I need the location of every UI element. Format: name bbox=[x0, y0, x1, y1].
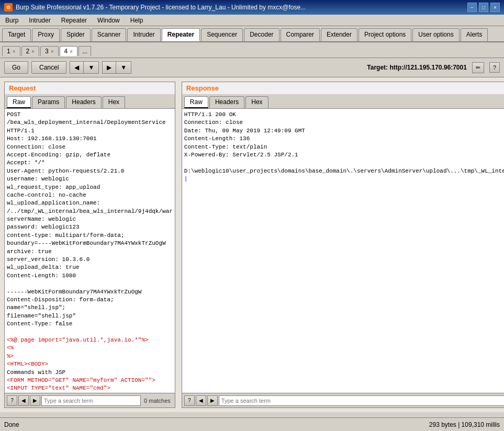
target-label: Target: http://121.195.170.96:7001 bbox=[367, 64, 467, 71]
repeater-tab-bar: 1 × 2 × 3 × 4 × ... bbox=[0, 42, 504, 58]
response-search-prev[interactable]: ◀ bbox=[196, 395, 206, 406]
main-tab-bar: Target Proxy Spider Scanner Intruder Rep… bbox=[0, 26, 504, 42]
tab-repeater[interactable]: Repeater bbox=[162, 28, 200, 41]
window-controls[interactable]: − □ × bbox=[467, 3, 500, 12]
request-search-next[interactable]: ▶ bbox=[30, 395, 40, 406]
statusbar-left: Done bbox=[4, 421, 19, 428]
request-title: Request bbox=[5, 82, 175, 95]
request-search-bar: ? ◀ ▶ 0 matches bbox=[5, 393, 175, 407]
request-tab-hex[interactable]: Hex bbox=[103, 96, 125, 108]
tab-spider[interactable]: Spider bbox=[61, 28, 91, 41]
menu-window[interactable]: Window bbox=[94, 16, 123, 25]
prev-nav-group: ◀ ▼ bbox=[70, 61, 99, 74]
repeater-tab-4[interactable]: 4 × bbox=[60, 46, 78, 56]
repeater-tab-2[interactable]: 2 × bbox=[21, 46, 40, 56]
response-search-next[interactable]: ▶ bbox=[207, 395, 218, 406]
minimize-button[interactable]: − bbox=[467, 3, 477, 12]
repeater-tab-4-close[interactable]: × bbox=[70, 49, 73, 54]
statusbar: Done 293 bytes | 109,310 millis bbox=[0, 417, 504, 431]
tab-comparer[interactable]: Comparer bbox=[281, 28, 320, 41]
go-button[interactable]: Go bbox=[4, 61, 28, 74]
maximize-button[interactable]: □ bbox=[479, 3, 488, 12]
response-tabs: Raw Headers Hex bbox=[182, 95, 504, 109]
repeater-tab-1[interactable]: 1 × bbox=[2, 46, 20, 56]
app-logo: B bbox=[4, 3, 13, 12]
request-panel: Request Raw Params Headers Hex POST /bea… bbox=[4, 82, 175, 408]
repeater-tab-2-close[interactable]: × bbox=[31, 49, 35, 54]
request-search-prev[interactable]: ◀ bbox=[18, 395, 29, 406]
menubar: Burp Intruder Repeater Window Help bbox=[0, 15, 504, 26]
response-tab-hex[interactable]: Hex bbox=[245, 96, 268, 108]
repeater-tab-more[interactable]: ... bbox=[79, 46, 91, 56]
cancel-button[interactable]: Cancel bbox=[31, 61, 66, 74]
titlebar-left: B Burp Suite Professional v1.7.26 - Temp… bbox=[4, 3, 306, 12]
request-content: POST /bea_wls_deployment_internal/Deploy… bbox=[5, 109, 175, 393]
tab-alerts[interactable]: Alerts bbox=[461, 28, 488, 41]
titlebar: B Burp Suite Professional v1.7.26 - Temp… bbox=[0, 0, 504, 15]
tab-decoder[interactable]: Decoder bbox=[244, 28, 279, 41]
repeater-toolbar: Go Cancel ◀ ▼ ▶ ▼ Target: http://121.195… bbox=[0, 58, 504, 77]
repeater-tab-3[interactable]: 3 × bbox=[40, 46, 59, 56]
request-search-help[interactable]: ? bbox=[7, 395, 17, 406]
help-target-button[interactable]: ? bbox=[489, 62, 500, 73]
request-tab-headers[interactable]: Headers bbox=[66, 96, 101, 108]
window-title: Burp Suite Professional v1.7.26 - Tempor… bbox=[16, 4, 306, 11]
response-tab-headers[interactable]: Headers bbox=[209, 96, 244, 108]
close-button[interactable]: × bbox=[490, 3, 500, 12]
tab-proxy[interactable]: Proxy bbox=[32, 28, 60, 41]
edit-target-button[interactable]: ✏ bbox=[472, 62, 484, 73]
response-panel: Response Raw Headers Hex HTTP/1.1 200 OK… bbox=[182, 82, 504, 408]
next-button[interactable]: ▶ bbox=[102, 61, 116, 74]
request-tab-params[interactable]: Params bbox=[32, 96, 65, 108]
tab-user-options[interactable]: User options bbox=[412, 28, 459, 41]
tab-sequencer[interactable]: Sequencer bbox=[201, 28, 243, 41]
menu-repeater[interactable]: Repeater bbox=[58, 16, 90, 25]
repeater-tab-2-label: 2 bbox=[26, 48, 30, 55]
request-search-input[interactable] bbox=[41, 395, 141, 406]
tab-scanner[interactable]: Scanner bbox=[92, 28, 127, 41]
prev-button[interactable]: ◀ bbox=[70, 61, 83, 74]
response-textarea[interactable]: HTTP/1.1 200 OK Connection: close Date: … bbox=[182, 109, 504, 393]
main-content: Request Raw Params Headers Hex POST /bea… bbox=[0, 77, 504, 412]
menu-burp[interactable]: Burp bbox=[2, 16, 21, 25]
repeater-tab-1-close[interactable]: × bbox=[13, 49, 16, 54]
request-tab-raw[interactable]: Raw bbox=[7, 96, 31, 108]
prev-dropdown-button[interactable]: ▼ bbox=[83, 61, 99, 74]
statusbar-right: 293 bytes | 109,310 millis bbox=[429, 421, 500, 428]
request-match-count: 0 matches bbox=[142, 398, 173, 404]
next-dropdown-button[interactable]: ▼ bbox=[116, 61, 131, 74]
response-content: HTTP/1.1 200 OK Connection: close Date: … bbox=[182, 109, 504, 393]
next-nav-group: ▶ ▼ bbox=[102, 61, 131, 74]
menu-intruder[interactable]: Intruder bbox=[26, 16, 53, 25]
response-search-input[interactable] bbox=[219, 395, 504, 406]
repeater-tab-3-close[interactable]: × bbox=[51, 49, 54, 54]
response-title: Response bbox=[182, 82, 504, 95]
response-search-bar: ? ◀ ▶ 0 matches bbox=[182, 393, 504, 407]
response-tab-raw[interactable]: Raw bbox=[184, 96, 208, 108]
repeater-tab-4-label: 4 bbox=[64, 48, 68, 55]
request-tabs: Raw Params Headers Hex bbox=[5, 95, 175, 109]
response-search-help[interactable]: ? bbox=[184, 395, 195, 406]
tab-target[interactable]: Target bbox=[2, 28, 31, 41]
menu-help[interactable]: Help bbox=[127, 16, 147, 25]
repeater-tab-3-label: 3 bbox=[45, 48, 49, 55]
tab-project-options[interactable]: Project options bbox=[359, 28, 411, 41]
repeater-tab-1-label: 1 bbox=[7, 48, 10, 55]
tab-extender[interactable]: Extender bbox=[321, 28, 357, 41]
request-textarea[interactable]: POST /bea_wls_deployment_internal/Deploy… bbox=[5, 109, 175, 393]
tab-intruder[interactable]: Intruder bbox=[127, 28, 160, 41]
